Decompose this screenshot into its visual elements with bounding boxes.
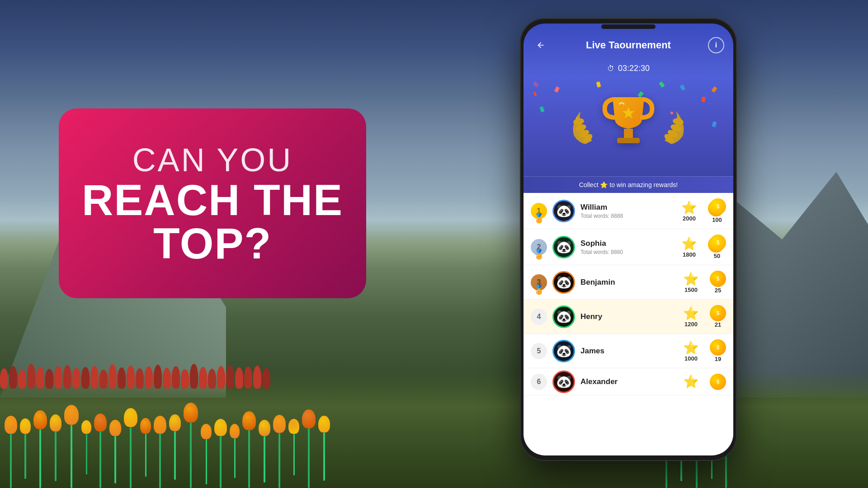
coin-area-6: $: [710, 374, 726, 390]
leaderboard-row-2: 2 🏅 🐼 Sophia Total words: 8880 ⭐ 1800: [524, 229, 733, 265]
player-name-3: Benjamin: [580, 278, 678, 287]
leaderboard-row-5: 5 🐼 James ⭐ 1000 $ 19: [524, 334, 733, 368]
player-name-4: Henry: [580, 312, 678, 321]
info-button[interactable]: i: [708, 37, 724, 53]
rank-badge-1: 1 🏅: [531, 203, 547, 219]
avatar-6: 🐼: [552, 371, 575, 393]
coin-icon-4: $: [710, 305, 726, 321]
timer-icon: ⏱: [607, 65, 614, 73]
svg-rect-5: [617, 138, 640, 143]
trophy-section: ★: [524, 77, 733, 176]
coin-num-4: 21: [715, 321, 721, 328]
player-words-1: Total words: 8888: [580, 213, 676, 219]
header-title: Live Taournement: [549, 39, 708, 51]
timer-value: 03:22:30: [618, 64, 650, 73]
medal-icon-3: 🏅: [533, 284, 545, 295]
coin-area-3: $ 25: [710, 271, 726, 294]
star-score-6: ⭐: [683, 374, 699, 389]
rank-badge-5: 5: [531, 343, 547, 359]
player-info-6: Alexander: [580, 377, 678, 386]
laurel-right-icon: [660, 109, 692, 151]
avatar-4: 🐼: [552, 305, 575, 328]
rank-number-3: 3: [537, 278, 541, 286]
rank-number-6: 6: [537, 378, 541, 386]
rank-number-1: 1: [537, 207, 541, 215]
trophy-group: ★: [565, 90, 692, 155]
player-name-5: James: [580, 347, 678, 356]
star-icon-6: ⭐: [683, 374, 699, 389]
score-num-2: 1800: [683, 251, 696, 258]
player-name-1: William: [580, 203, 676, 212]
coin-icon-6: $: [710, 374, 726, 390]
player-info-4: Henry: [580, 312, 678, 321]
trophy-icon: ★: [601, 90, 656, 155]
medal-icon-2: 🏅: [533, 249, 545, 260]
svg-text:★: ★: [621, 103, 636, 122]
coin-icon-5: $: [710, 339, 726, 356]
app-content: Live Taournement i ⏱ 03:22:30: [524, 23, 733, 455]
avatar-1: 🐼: [552, 200, 575, 222]
phone-notch: [601, 24, 656, 29]
rank-badge-6: 6: [531, 374, 547, 390]
score-num-3: 1500: [684, 286, 698, 293]
avatar-2: 🐼: [552, 236, 575, 258]
rank-badge-2: 2 🏅: [531, 239, 547, 255]
phone-frame: Live Taournement i ⏱ 03:22:30: [520, 18, 737, 461]
avatar-3: 🐼: [552, 271, 575, 294]
leaderboard-row-4: 4 🐼 Henry ⭐ 1200 $ 21: [524, 300, 733, 334]
coin-area-2: $ $ 50: [708, 235, 726, 259]
collect-text: Collect ⭐ to win amazing rewards!: [579, 181, 678, 188]
coin-stack-2: $ $: [708, 235, 726, 253]
leaderboard-row-1: 1 🏅 🐼 William Total words: 8888 ⭐ 2000: [524, 193, 733, 229]
coin-stack-1: $ $: [708, 198, 726, 216]
rank-badge-4: 4: [531, 309, 547, 325]
star-icon-2: ⭐: [681, 236, 697, 251]
coin-area-4: $ 21: [710, 305, 726, 328]
rank-badge-3: 3 🏅: [531, 274, 547, 291]
leaderboard: 1 🏅 🐼 William Total words: 8888 ⭐ 2000: [524, 193, 733, 455]
star-icon-4: ⭐: [683, 306, 699, 321]
collect-bar: Collect ⭐ to win amazing rewards!: [524, 176, 733, 193]
rank-number-2: 2: [537, 243, 541, 251]
score-num-5: 1000: [684, 355, 698, 362]
player-name-6: Alexander: [580, 377, 678, 386]
player-name-2: Sophia: [580, 239, 676, 248]
rank-number-4: 4: [537, 313, 541, 321]
star-score-3: ⭐ 1500: [683, 272, 699, 293]
star-icon-1: ⭐: [681, 200, 697, 215]
trophy-wrapper: ★: [601, 90, 656, 155]
timer-bar: ⏱ 03:22:30: [524, 60, 733, 77]
laurel-left-icon: [565, 109, 597, 151]
star-icon-5: ⭐: [683, 340, 699, 355]
leaderboard-row-6: 6 🐼 Alexander ⭐ $: [524, 368, 733, 395]
medal-icon-1: 🏅: [533, 213, 545, 224]
coin-num-3: 25: [715, 287, 721, 294]
app-header: Live Taournement i: [524, 23, 733, 60]
banner-line2: REACH THE: [82, 178, 343, 222]
star-score-4: ⭐ 1200: [683, 306, 699, 328]
phone-container: Live Taournement i ⏱ 03:22:30: [520, 18, 737, 461]
score-num-4: 1200: [684, 321, 698, 328]
coin-num-2: 50: [714, 253, 720, 259]
player-info-2: Sophia Total words: 8880: [580, 239, 676, 255]
banner-line3: TOP?: [153, 222, 272, 265]
score-num-1: 2000: [683, 215, 696, 222]
star-score-2: ⭐ 1800: [681, 236, 697, 258]
star-score-1: ⭐ 2000: [681, 200, 697, 222]
player-info-1: William Total words: 8888: [580, 203, 676, 219]
info-icon: i: [715, 41, 717, 49]
coin-area-1: $ $ 100: [708, 198, 726, 223]
left-banner: CAN YOU REACH THE TOP?: [59, 108, 366, 298]
coin-num-1: 100: [712, 216, 722, 223]
back-button[interactable]: [533, 37, 549, 53]
coin-area-5: $ 19: [710, 339, 726, 362]
banner-line1: CAN YOU: [132, 141, 293, 178]
player-words-2: Total words: 8880: [580, 249, 676, 255]
coin-icon-3: $: [710, 271, 726, 287]
avatar-5: 🐼: [552, 340, 575, 362]
svg-rect-4: [624, 129, 633, 138]
player-info-5: James: [580, 347, 678, 356]
player-info-3: Benjamin: [580, 278, 678, 287]
rank-number-5: 5: [537, 347, 541, 355]
star-score-5: ⭐ 1000: [683, 340, 699, 362]
